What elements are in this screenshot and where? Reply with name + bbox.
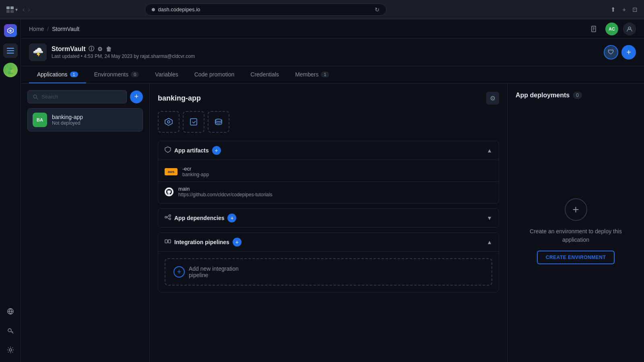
- breadcrumb: Home / StormVault: [29, 26, 79, 32]
- svg-point-21: [167, 121, 170, 123]
- pipeline-icon-deploy[interactable]: [208, 111, 229, 133]
- svg-line-27: [167, 216, 169, 217]
- top-bar: Home / StormVault AC: [21, 19, 644, 39]
- artifacts-title: App artifacts: [174, 147, 209, 154]
- pipelines-icon: [165, 238, 171, 246]
- svg-rect-25: [169, 215, 171, 216]
- integration-add-icon: +: [173, 266, 185, 278]
- app-settings-btn[interactable]: ⚙: [486, 92, 499, 105]
- edit-project-icon[interactable]: ⚙: [97, 46, 103, 52]
- tab-environments[interactable]: Environments 0: [86, 66, 147, 83]
- svg-line-28: [167, 217, 169, 219]
- create-environment-btn[interactable]: CREATE ENVIRONMENT: [537, 251, 615, 264]
- svg-rect-2: [6, 10, 10, 13]
- app-avatar: BA: [33, 113, 47, 127]
- main-content: Home / StormVault AC: [21, 19, 644, 362]
- add-artifact-btn[interactable]: +: [212, 146, 221, 155]
- tab-switcher-icon[interactable]: ▾: [6, 6, 18, 13]
- sidebar-narrow: [0, 19, 21, 362]
- add-app-button[interactable]: +: [130, 90, 143, 103]
- integration-pipelines-header[interactable]: Integration pipelines + ▲: [158, 233, 499, 251]
- deployments-empty-text: Create an environment to deploy this app…: [516, 227, 636, 244]
- aws-icon: aws: [165, 168, 178, 175]
- svg-rect-5: [7, 50, 14, 51]
- app-dependencies-header[interactable]: App dependencies + ▼: [158, 209, 499, 227]
- forward-btn[interactable]: ›: [28, 6, 30, 13]
- dependencies-chevron[interactable]: ▼: [487, 215, 492, 221]
- artifact-info-ecr: -ecr banking-app: [182, 166, 209, 177]
- artifacts-chevron[interactable]: ▲: [487, 147, 492, 154]
- docs-icon[interactable]: [588, 23, 601, 35]
- add-integration-pipeline-btn[interactable]: + Add new integrationpipeline: [165, 258, 492, 286]
- deployments-panel: App deployments 0 + Create an environmen…: [507, 84, 644, 362]
- search-input[interactable]: [41, 94, 122, 100]
- search-icon: [33, 94, 38, 100]
- reload-icon[interactable]: ↻: [375, 6, 380, 13]
- svg-rect-22: [190, 119, 197, 125]
- pipeline-icons-row: [158, 111, 499, 133]
- breadcrumb-home[interactable]: Home: [29, 26, 44, 32]
- app-detail-title: banking-app: [158, 94, 201, 103]
- app-artifacts-header[interactable]: App artifacts + ▲: [158, 141, 499, 160]
- delete-project-icon[interactable]: 🗑: [106, 46, 111, 52]
- browser-actions[interactable]: ⬆ + ⊡: [611, 6, 638, 13]
- github-icon: [165, 187, 173, 196]
- tab-code-promotion[interactable]: Code promotion: [186, 66, 243, 83]
- project-header-actions: 🛡 +: [604, 45, 636, 60]
- add-project-btn[interactable]: +: [621, 45, 636, 60]
- key-icon[interactable]: [3, 323, 18, 338]
- create-deployment-plus[interactable]: +: [565, 198, 587, 221]
- browser-nav[interactable]: ‹ ›: [23, 6, 30, 13]
- info-icon[interactable]: ⓘ: [89, 45, 94, 53]
- svg-rect-30: [168, 240, 171, 243]
- svg-rect-3: [10, 10, 14, 13]
- svg-rect-1: [10, 6, 14, 9]
- svg-line-20: [36, 98, 38, 99]
- settings-icon[interactable]: [3, 343, 18, 357]
- app-artifacts-section: App artifacts + ▲ aws -ecr banking-app: [158, 141, 499, 204]
- environments-badge: 0: [131, 72, 139, 77]
- app-detail-header: banking-app ⚙: [158, 92, 499, 105]
- artifact-row-github: main https://github.com/cldcvr/codepipes…: [158, 182, 499, 202]
- pipeline-icon-source[interactable]: [158, 111, 180, 133]
- app-item-info: banking-app Not deployed: [52, 114, 83, 126]
- app-list-panel: + BA banking-app Not deployed: [21, 84, 150, 362]
- search-box[interactable]: [27, 90, 127, 103]
- pipeline-icon-build[interactable]: [183, 111, 204, 133]
- user-avatar-topbar[interactable]: AC: [605, 23, 618, 35]
- user-profile-icon[interactable]: [623, 23, 636, 35]
- pipelines-body: + Add new integrationpipeline: [158, 251, 499, 292]
- share-icon[interactable]: ⬆: [611, 6, 616, 13]
- project-meta: Last updated • 4:53 PM, 24 May 2023 by r…: [52, 53, 599, 59]
- artifact-row-ecr: aws -ecr banking-app: [158, 162, 499, 182]
- add-dependency-btn[interactable]: +: [227, 214, 236, 222]
- app-logo[interactable]: [4, 24, 17, 37]
- tab-members[interactable]: Members 1: [287, 66, 337, 83]
- pipelines-chevron[interactable]: ▲: [487, 239, 492, 245]
- top-bar-actions: AC: [588, 23, 636, 35]
- extensions-icon[interactable]: ⊡: [632, 6, 638, 13]
- svg-point-19: [33, 95, 37, 98]
- url-text: dash.codepipes.io: [158, 6, 200, 12]
- address-bar[interactable]: dash.codepipes.io ↻: [145, 4, 386, 16]
- app-layout: Home / StormVault AC: [0, 19, 644, 362]
- dependencies-icon: [165, 214, 171, 222]
- dependencies-title: App dependencies: [174, 215, 224, 221]
- tab-credentials[interactable]: Credentials: [242, 66, 287, 83]
- menu-icon[interactable]: [3, 43, 18, 58]
- add-pipeline-btn[interactable]: +: [233, 238, 242, 247]
- tab-applications[interactable]: Applications 1: [29, 66, 86, 83]
- svg-rect-0: [6, 6, 10, 9]
- back-btn[interactable]: ‹: [23, 6, 25, 13]
- security-icon: [152, 8, 155, 11]
- network-icon[interactable]: [3, 304, 18, 319]
- svg-rect-26: [169, 218, 171, 220]
- user-avatar-sidebar[interactable]: [3, 63, 18, 77]
- project-header: 🌩️ StormVault ⓘ ⚙ 🗑 Last updated • 4:53 …: [21, 39, 644, 66]
- new-tab-icon[interactable]: +: [622, 6, 626, 13]
- app-list-item[interactable]: BA banking-app Not deployed: [27, 108, 143, 132]
- tab-variables[interactable]: Variables: [147, 66, 186, 83]
- svg-rect-4: [7, 48, 14, 49]
- integration-pipelines-section: Integration pipelines + ▲ + Add new inte…: [158, 232, 499, 292]
- security-shield-btn[interactable]: 🛡: [604, 45, 618, 60]
